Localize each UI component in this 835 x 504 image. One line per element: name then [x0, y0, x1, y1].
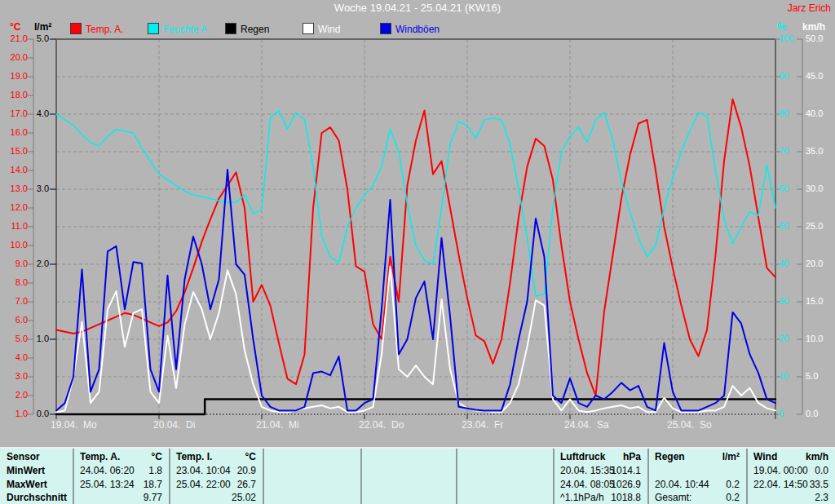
temp-axis-label: 19.0: [0, 71, 28, 81]
day-label: 19.04. Mo: [51, 419, 97, 431]
table-sensor-unit: °C: [73, 451, 162, 464]
wind-axis-label: 40.0: [806, 108, 823, 118]
day-label: 22.04. Do: [359, 419, 404, 431]
wind-axis-label: 25.0: [806, 221, 823, 231]
wind-axis-label: 15.0: [806, 296, 823, 306]
humidity-axis-label: 40: [779, 259, 789, 268]
table-cell-value: 33.5: [746, 479, 828, 492]
wind-axis-label: 35.0: [806, 146, 823, 156]
wind-axis-label: 20.0: [806, 259, 823, 268]
temp-axis-label: 12.0: [0, 202, 28, 212]
table-column-divider: [263, 449, 264, 504]
table-cell-value: 9.77: [73, 492, 162, 504]
table-cell-value: 1026.9: [553, 479, 641, 492]
table-sensor-unit: km/h: [746, 451, 828, 464]
rain-axis-label: 1.0: [0, 334, 49, 343]
temp-axis-label: 6.0: [0, 315, 28, 325]
humidity-axis-label: 50: [779, 221, 789, 231]
humidity-axis-label: 100: [779, 33, 793, 43]
table-cell-value: 1018.8: [553, 492, 641, 504]
series-line-temp-a-: [56, 99, 775, 396]
temp-axis-label: 7.0: [0, 296, 28, 306]
table-sensor-unit: l/m²: [647, 451, 740, 464]
day-label: 24.04. Sa: [564, 419, 609, 431]
weather-chart-plot: [0, 0, 835, 447]
day-label: 21.04. Mi: [256, 419, 299, 431]
table-cell-value: 26.7: [169, 479, 256, 492]
humidity-axis-label: 10: [779, 371, 789, 381]
humidity-axis-label: 30: [779, 296, 789, 306]
humidity-axis-label: 70: [779, 146, 789, 156]
day-label: 25.04. So: [667, 419, 712, 431]
wind-axis-label: 45.0: [806, 71, 823, 81]
day-label: 23.04. Fr: [462, 419, 503, 431]
table-cell-value: 0.2: [647, 492, 740, 504]
table-column-divider: [456, 449, 457, 504]
wind-axis-label: 5.0: [806, 371, 818, 381]
temp-axis-label: 20.0: [0, 52, 28, 62]
table-column-divider: [360, 449, 362, 504]
rain-axis-label: 0.0: [0, 409, 49, 418]
temp-axis-label: 18.0: [0, 90, 28, 99]
humidity-axis-label: 0: [779, 409, 784, 418]
temp-axis-label: 11.0: [0, 221, 28, 231]
wind-axis-label: 0.0: [806, 409, 818, 418]
table-cell-value: 25.02: [169, 492, 256, 504]
table-cell-value: 2.3: [746, 492, 828, 504]
humidity-axis-label: 80: [779, 108, 789, 118]
table-cell-value: 1.8: [73, 465, 162, 478]
rain-axis-label: 4.0: [0, 108, 49, 118]
humidity-axis-label: 20: [779, 334, 789, 343]
table-row-label: MinWert: [7, 465, 45, 478]
table-cell-value: 18.7: [73, 479, 162, 492]
temp-axis-label: 14.0: [0, 165, 28, 175]
wind-axis-label: 30.0: [806, 183, 823, 193]
rain-axis-label: 2.0: [0, 259, 49, 268]
table-row-label: MaxWert: [7, 479, 47, 492]
summary-table: SensorMinWertMaxWertDurchschnittTemp. A.…: [0, 447, 835, 504]
temp-axis-label: 16.0: [0, 127, 28, 137]
temp-axis-label: 3.0: [0, 371, 28, 381]
temp-axis-label: 15.0: [0, 146, 28, 156]
wind-axis-label: 10.0: [806, 334, 823, 343]
day-label: 20.04. Di: [153, 419, 195, 431]
table-sensor-unit: °C: [169, 451, 256, 464]
temp-axis-label: 8.0: [0, 277, 28, 287]
wind-axis-label: 50.0: [806, 33, 823, 43]
table-sensor-unit: hPa: [553, 451, 641, 464]
weather-week-chart-window: Woche 19.04.21 - 25.04.21 (KW16) Jarz Er…: [0, 0, 835, 504]
series-line-windb-en: [56, 170, 775, 410]
humidity-axis-label: 60: [779, 183, 789, 193]
table-cell-value: 0.2: [647, 479, 740, 492]
table-cell-value: 20.9: [169, 465, 256, 478]
table-cell-value: 0.0: [746, 465, 828, 478]
table-row-label: Durchschnitt: [7, 492, 67, 504]
temp-axis-label: 2.0: [0, 390, 28, 400]
table-cell-value: 1014.1: [553, 465, 641, 478]
rain-axis-label: 3.0: [0, 183, 49, 193]
temp-axis-label: 4.0: [0, 352, 28, 362]
table-row-label: Sensor: [7, 451, 40, 464]
rain-axis-label: 5.0: [0, 33, 49, 43]
humidity-axis-label: 90: [779, 71, 789, 81]
temp-axis-label: 10.0: [0, 240, 28, 250]
